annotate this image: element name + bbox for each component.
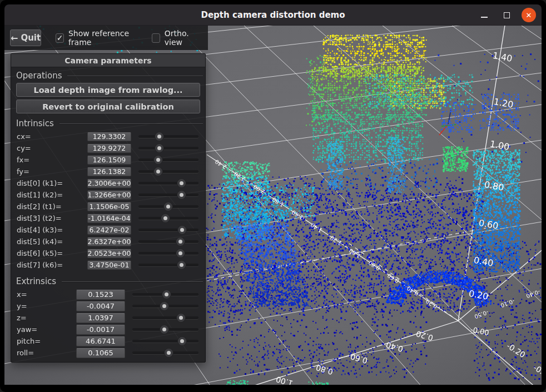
param-value-field[interactable]: 126.1509: [87, 156, 131, 165]
slider-handle[interactable]: [155, 132, 163, 141]
close-button[interactable]: ✕: [522, 8, 536, 22]
param-label: z=: [17, 314, 76, 322]
param-slider[interactable]: [132, 348, 198, 358]
param-slider[interactable]: [138, 260, 198, 270]
param-value-field[interactable]: -1.0164e-04: [87, 214, 131, 223]
param-slider[interactable]: [138, 237, 198, 246]
param-value-field[interactable]: 129.3302: [87, 132, 131, 141]
slider-track[interactable]: [138, 193, 198, 196]
extrinsics-header: Extrinsics: [11, 274, 205, 289]
param-slider[interactable]: [138, 202, 198, 211]
param-value-field[interactable]: 0.1523: [76, 290, 125, 300]
slider-handle[interactable]: [177, 261, 186, 269]
slider-track[interactable]: [138, 158, 198, 161]
param-slider[interactable]: [132, 313, 198, 322]
param-value-field[interactable]: -0.0017: [76, 325, 125, 335]
param-label: cx=: [17, 132, 87, 141]
param-row-y: y=-0.0047: [11, 300, 205, 312]
param-label: dist[3] (t2)=: [17, 214, 87, 222]
slider-track[interactable]: [132, 316, 198, 319]
param-slider[interactable]: [138, 143, 198, 153]
param-slider[interactable]: [138, 225, 198, 235]
show-reference-frame-checkbox[interactable]: ✓: [56, 33, 64, 43]
slider-handle[interactable]: [177, 191, 186, 199]
param-value-field[interactable]: 3.4750e-01: [87, 261, 131, 270]
param-value-field[interactable]: 2.6327e+00: [87, 237, 131, 246]
load-depth-image-button[interactable]: Load depth image from rawlog...: [16, 83, 200, 97]
param-row-pitch: pitch=46.6741: [11, 335, 205, 347]
slider-handle[interactable]: [176, 237, 185, 246]
panel-title[interactable]: Camera parameters: [11, 54, 205, 67]
slider-track[interactable]: [138, 170, 198, 173]
param-label: dist[4] (k3)=: [17, 226, 87, 234]
param-value-field[interactable]: 46.6741: [76, 336, 125, 346]
operations-header: Operations: [11, 68, 205, 83]
slider-handle[interactable]: [178, 226, 186, 234]
param-row-fy: fy=126.1382: [11, 166, 205, 177]
slider-handle[interactable]: [161, 214, 170, 222]
slider-handle[interactable]: [160, 325, 168, 334]
quit-button-label: Quit: [21, 33, 41, 43]
param-label: y=: [17, 302, 76, 310]
slider-handle[interactable]: [154, 156, 162, 164]
param-value-field[interactable]: 2.0523e+00: [87, 249, 131, 258]
param-label: dist[0] (k1)=: [17, 179, 87, 187]
title-bar[interactable]: Depth camera distortion demo ✕: [4, 4, 542, 26]
maximize-icon: [504, 12, 510, 18]
param-slider[interactable]: [138, 249, 198, 258]
param-slider[interactable]: [138, 178, 198, 188]
param-slider[interactable]: [132, 290, 198, 299]
param-slider[interactable]: [138, 190, 198, 200]
quit-button[interactable]: ← Quit: [10, 29, 41, 46]
slider-track[interactable]: [138, 182, 198, 185]
param-row-dist5k4: dist[5] (k4)=2.6327e+00: [11, 236, 205, 247]
minimize-button[interactable]: [477, 8, 492, 22]
maximize-button[interactable]: [499, 8, 514, 22]
slider-track[interactable]: [138, 135, 198, 138]
param-value-field[interactable]: 1.3266e+00: [87, 191, 131, 200]
slider-track[interactable]: [138, 252, 198, 255]
param-value-field[interactable]: -0.0047: [76, 301, 125, 311]
param-label: pitch=: [17, 337, 76, 345]
slider-track[interactable]: [132, 340, 198, 343]
slider-handle[interactable]: [177, 314, 185, 322]
param-value-field[interactable]: 1.1506e-05: [87, 202, 131, 211]
param-slider[interactable]: [138, 132, 198, 141]
show-reference-frame-label: Show reference frame: [68, 29, 142, 47]
slider-handle[interactable]: [177, 179, 186, 187]
param-value-field[interactable]: 126.1382: [87, 167, 131, 176]
param-row-dist1k2: dist[1] (k2)=1.3266e+00: [11, 189, 205, 201]
slider-handle[interactable]: [155, 144, 163, 152]
param-value-field[interactable]: 0.1065: [76, 348, 125, 358]
slider-track[interactable]: [138, 264, 198, 266]
slider-handle[interactable]: [154, 167, 162, 176]
slider-handle[interactable]: [178, 337, 186, 345]
window-title: Depth camera distortion demo: [201, 10, 345, 20]
param-row-dist6k5: dist[6] (k5)=2.0523e+00: [11, 247, 205, 259]
param-value-field[interactable]: 6.2427e-02: [87, 226, 131, 235]
param-slider[interactable]: [132, 336, 198, 346]
param-value-field[interactable]: 1.0397: [76, 313, 125, 323]
slider-handle[interactable]: [165, 349, 173, 357]
param-slider[interactable]: [138, 155, 198, 165]
slider-track[interactable]: [138, 229, 198, 231]
slider-handle[interactable]: [160, 302, 168, 310]
param-slider[interactable]: [138, 214, 198, 223]
param-row-cy: cy=129.9272: [11, 142, 205, 154]
slider-handle[interactable]: [164, 202, 172, 211]
param-slider[interactable]: [138, 167, 198, 176]
slider-handle[interactable]: [176, 249, 185, 257]
ortho-view-checkbox[interactable]: [152, 33, 160, 43]
intrinsics-rows: cx=129.3302cy=129.9272fx=126.1509fy=126.…: [11, 131, 205, 271]
slider-handle[interactable]: [162, 290, 171, 299]
revert-calibration-button[interactable]: Revert to original calibration: [16, 100, 200, 113]
extrinsics-rows: x=0.1523y=-0.0047z=1.0397yaw=-0.0017pitc…: [11, 289, 205, 359]
param-label: dist[5] (k4)=: [17, 237, 87, 246]
param-slider[interactable]: [132, 301, 198, 311]
param-value-field[interactable]: 129.9272: [87, 144, 131, 153]
param-slider[interactable]: [132, 325, 198, 334]
param-value-field[interactable]: 2.3006e+00: [87, 179, 131, 188]
slider-track[interactable]: [138, 147, 198, 150]
param-row-yaw: yaw=-0.0017: [11, 324, 205, 335]
slider-track[interactable]: [138, 240, 198, 243]
